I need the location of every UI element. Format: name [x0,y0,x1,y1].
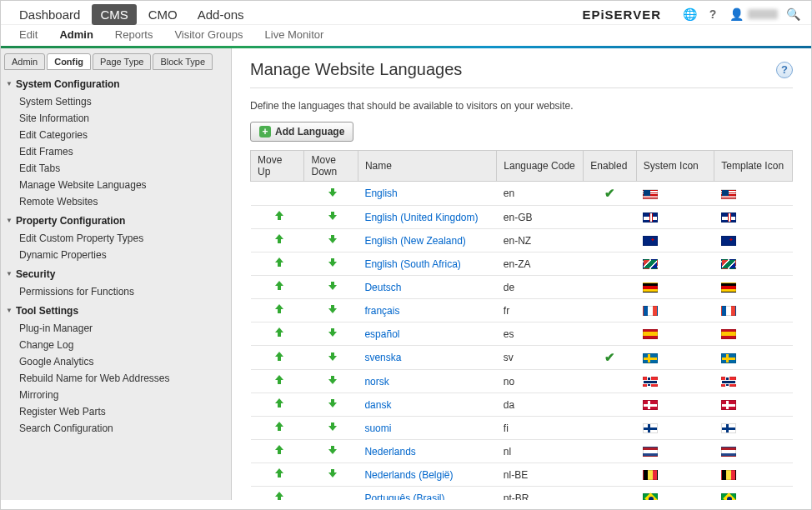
tree-item-rebuild-name-for-web-addresses[interactable]: Rebuild Name for Web Addresses [4,370,228,387]
flag-icon-nl [721,447,736,457]
col-move-up[interactable]: Move Up [251,151,304,182]
col-template-icon[interactable]: Template Icon [714,151,793,182]
topnav-item-cmo[interactable]: CMO [140,4,186,25]
tree-group-security[interactable]: Security [4,265,228,283]
subnav-item-live-monitor[interactable]: Live Monitor [257,25,333,44]
language-name-link[interactable]: dansk [364,399,391,411]
move-up-icon[interactable] [273,210,283,222]
flag-icon-us [721,189,736,199]
flag-icon-se [643,353,658,363]
language-name-link[interactable]: norsk [364,376,388,388]
language-name-link[interactable]: Nederlands (België) [364,469,453,481]
move-down-icon[interactable] [326,187,336,198]
move-down-icon[interactable] [326,444,336,456]
move-down-icon[interactable] [326,233,336,245]
tree-group-property-configuration[interactable]: Property Configuration [4,212,228,230]
language-name-link[interactable]: English (United Kingdom) [364,212,478,223]
language-name-link[interactable]: español [364,328,399,340]
sidebar-tab-block-type[interactable]: Block Type [153,53,213,70]
help-icon[interactable]: ? [704,6,721,22]
flag-icon-de [643,282,658,292]
sidebar-tab-page-type[interactable]: Page Type [93,53,151,70]
tree-item-google-analytics[interactable]: Google Analytics [4,353,228,370]
move-down-icon[interactable] [326,210,336,222]
language-code: en-NZ [497,229,584,252]
language-name-link[interactable]: svenska [364,352,401,363]
tree-item-system-settings[interactable]: System Settings [4,93,228,110]
tree-item-plug-in-manager[interactable]: Plug-in Manager [4,320,228,337]
tree-group-tool-settings[interactable]: Tool Settings [4,302,228,320]
col-system-icon[interactable]: System Icon [636,151,714,182]
move-up-icon[interactable] [273,303,283,315]
move-down-icon[interactable] [326,327,336,338]
tree-item-permissions-for-functions[interactable]: Permissions for Functions [4,283,228,300]
move-down-icon[interactable] [326,398,336,409]
move-up-icon[interactable] [273,468,283,479]
user-icon[interactable]: 👤 [728,6,744,22]
search-icon[interactable]: 🔍 [784,6,801,22]
tree-item-search-configuration[interactable]: Search Configuration [4,420,228,437]
move-up-icon[interactable] [273,374,283,386]
topnav-item-add-ons[interactable]: Add-ons [189,4,253,25]
subnav-item-visitor-groups[interactable]: Visitor Groups [166,25,251,44]
move-down-icon[interactable] [326,374,336,386]
language-name-link[interactable]: Português (Brasil) [364,492,444,501]
language-name-link[interactable]: français [364,305,399,317]
move-down-icon[interactable] [326,351,336,362]
language-name-link[interactable]: Nederlands [364,446,415,458]
move-down-icon[interactable] [326,257,336,268]
col-code[interactable]: Language Code [497,151,584,182]
tree-item-mirroring[interactable]: Mirroring [4,387,228,403]
language-code: nl [497,440,584,463]
tree-item-dynamic-properties[interactable]: Dynamic Properties [4,247,228,263]
tree-item-register-web-parts[interactable]: Register Web Parts [4,403,228,420]
sidebar-tab-admin[interactable]: Admin [4,53,45,70]
flag-icon-be [643,470,658,480]
globe-icon[interactable]: 🌐 [681,6,698,22]
move-up-icon[interactable] [273,491,283,500]
language-name-link[interactable]: Deutsch [364,282,401,293]
col-name[interactable]: Name [358,151,496,182]
move-up-icon[interactable] [273,351,283,362]
language-name-link[interactable]: suomi [364,422,391,434]
topnav-item-cms[interactable]: CMS [92,4,136,25]
move-down-icon[interactable] [326,421,336,432]
sidebar-tab-config[interactable]: Config [47,53,91,70]
sidebar-resize-handle[interactable] [226,258,231,291]
col-enabled[interactable]: Enabled [584,151,636,182]
move-down-icon[interactable] [326,280,336,292]
language-name-link[interactable]: English [364,188,397,199]
topnav-item-dashboard[interactable]: Dashboard [11,4,88,25]
subnav-item-edit[interactable]: Edit [11,25,46,44]
move-up-icon[interactable] [273,444,283,456]
flag-icon-za [643,259,658,269]
tree-item-remote-websites[interactable]: Remote Websites [4,193,228,210]
tree-item-site-information[interactable]: Site Information [4,110,228,127]
move-up-icon[interactable] [273,421,283,432]
tree-item-edit-custom-property-types[interactable]: Edit Custom Property Types [4,230,228,247]
move-up-icon[interactable] [273,257,283,268]
tree-item-edit-frames[interactable]: Edit Frames [4,143,228,160]
move-down-icon[interactable] [326,303,336,315]
move-up-icon[interactable] [273,327,283,338]
add-language-button[interactable]: + Add Language [250,122,353,142]
move-up-icon[interactable] [273,233,283,245]
flag-icon-gb [721,212,736,222]
language-name-link[interactable]: English (New Zealand) [364,235,465,247]
context-help-icon[interactable]: ? [776,62,793,78]
move-up-icon[interactable] [273,280,283,292]
subnav-item-admin[interactable]: Admin [51,25,101,44]
move-down-icon[interactable] [326,468,336,479]
tree-item-edit-categories[interactable]: Edit Categories [4,127,228,143]
move-up-icon[interactable] [273,398,283,409]
tree-item-change-log[interactable]: Change Log [4,337,228,353]
tree-group-system-configuration[interactable]: System Configuration [4,75,228,93]
language-name-link[interactable]: English (South Africa) [364,258,460,270]
tree-item-manage-website-languages[interactable]: Manage Website Languages [4,177,228,193]
check-icon: ✔ [604,186,615,200]
flag-icon-us [643,189,658,199]
subnav-item-reports[interactable]: Reports [107,25,162,44]
tree-item-edit-tabs[interactable]: Edit Tabs [4,160,228,177]
col-move-down[interactable]: Move Down [304,151,358,182]
content-area: Manage Website Languages ? Define the la… [232,48,811,500]
